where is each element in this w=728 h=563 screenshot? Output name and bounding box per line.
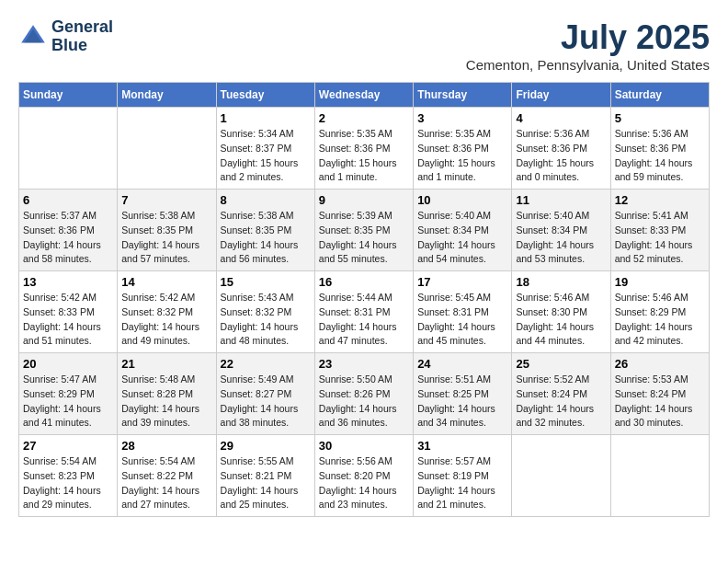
day-number: 11 bbox=[516, 193, 606, 207]
day-number: 23 bbox=[319, 357, 409, 371]
calendar-cell: 1Sunrise: 5:34 AM Sunset: 8:37 PM Daylig… bbox=[216, 108, 314, 190]
calendar-cell: 3Sunrise: 5:35 AM Sunset: 8:36 PM Daylig… bbox=[414, 108, 512, 190]
day-info: Sunrise: 5:42 AM Sunset: 8:33 PM Dayligh… bbox=[23, 291, 113, 349]
calendar-cell: 7Sunrise: 5:38 AM Sunset: 8:35 PM Daylig… bbox=[118, 190, 216, 271]
day-number: 25 bbox=[516, 357, 606, 371]
day-of-week-header: Tuesday bbox=[216, 83, 314, 108]
calendar-cell: 13Sunrise: 5:42 AM Sunset: 8:33 PM Dayli… bbox=[19, 271, 118, 353]
day-number: 3 bbox=[417, 111, 507, 125]
day-of-week-header: Monday bbox=[118, 83, 216, 108]
calendar-cell: 12Sunrise: 5:41 AM Sunset: 8:33 PM Dayli… bbox=[610, 190, 709, 271]
logo-line1: General bbox=[51, 18, 113, 37]
day-info: Sunrise: 5:35 AM Sunset: 8:36 PM Dayligh… bbox=[417, 127, 507, 185]
logo-icon bbox=[18, 22, 48, 52]
day-info: Sunrise: 5:54 AM Sunset: 8:23 PM Dayligh… bbox=[23, 454, 113, 512]
calendar-cell: 25Sunrise: 5:52 AM Sunset: 8:24 PM Dayli… bbox=[512, 353, 610, 435]
logo-line2: Blue bbox=[51, 37, 113, 55]
calendar-cell bbox=[512, 435, 610, 517]
day-of-week-header: Saturday bbox=[610, 83, 709, 108]
calendar-cell: 26Sunrise: 5:53 AM Sunset: 8:24 PM Dayli… bbox=[610, 353, 709, 435]
day-number: 5 bbox=[615, 111, 705, 125]
day-info: Sunrise: 5:38 AM Sunset: 8:35 PM Dayligh… bbox=[221, 209, 311, 267]
day-info: Sunrise: 5:50 AM Sunset: 8:26 PM Dayligh… bbox=[319, 373, 409, 431]
day-number: 1 bbox=[221, 111, 311, 125]
day-number: 6 bbox=[23, 193, 113, 207]
calendar-cell: 27Sunrise: 5:54 AM Sunset: 8:23 PM Dayli… bbox=[19, 435, 118, 517]
day-info: Sunrise: 5:36 AM Sunset: 8:36 PM Dayligh… bbox=[516, 127, 606, 185]
day-number: 13 bbox=[23, 275, 113, 289]
calendar-cell: 4Sunrise: 5:36 AM Sunset: 8:36 PM Daylig… bbox=[512, 108, 610, 190]
calendar-week-row: 1Sunrise: 5:34 AM Sunset: 8:37 PM Daylig… bbox=[19, 108, 710, 190]
day-info: Sunrise: 5:57 AM Sunset: 8:19 PM Dayligh… bbox=[417, 454, 507, 512]
calendar-cell: 18Sunrise: 5:46 AM Sunset: 8:30 PM Dayli… bbox=[512, 271, 610, 353]
day-number: 19 bbox=[615, 275, 705, 289]
day-number: 28 bbox=[121, 439, 211, 453]
day-number: 2 bbox=[319, 111, 409, 125]
calendar-week-row: 20Sunrise: 5:47 AM Sunset: 8:29 PM Dayli… bbox=[19, 353, 710, 435]
day-info: Sunrise: 5:35 AM Sunset: 8:36 PM Dayligh… bbox=[319, 127, 409, 185]
calendar-cell: 22Sunrise: 5:49 AM Sunset: 8:27 PM Dayli… bbox=[216, 353, 314, 435]
calendar-cell: 23Sunrise: 5:50 AM Sunset: 8:26 PM Dayli… bbox=[314, 353, 413, 435]
day-number: 26 bbox=[615, 357, 705, 371]
day-number: 7 bbox=[121, 193, 211, 207]
day-info: Sunrise: 5:54 AM Sunset: 8:22 PM Dayligh… bbox=[121, 454, 211, 512]
day-info: Sunrise: 5:52 AM Sunset: 8:24 PM Dayligh… bbox=[516, 373, 606, 431]
day-number: 10 bbox=[417, 193, 507, 207]
day-info: Sunrise: 5:43 AM Sunset: 8:32 PM Dayligh… bbox=[221, 291, 311, 349]
calendar-cell: 9Sunrise: 5:39 AM Sunset: 8:35 PM Daylig… bbox=[314, 190, 413, 271]
day-number: 14 bbox=[121, 275, 211, 289]
day-info: Sunrise: 5:56 AM Sunset: 8:20 PM Dayligh… bbox=[319, 454, 409, 512]
calendar-cell: 29Sunrise: 5:55 AM Sunset: 8:21 PM Dayli… bbox=[216, 435, 314, 517]
calendar-cell: 21Sunrise: 5:48 AM Sunset: 8:28 PM Dayli… bbox=[118, 353, 216, 435]
day-number: 17 bbox=[417, 275, 507, 289]
day-number: 21 bbox=[121, 357, 211, 371]
day-number: 8 bbox=[221, 193, 311, 207]
calendar-cell: 10Sunrise: 5:40 AM Sunset: 8:34 PM Dayli… bbox=[414, 190, 512, 271]
day-info: Sunrise: 5:46 AM Sunset: 8:30 PM Dayligh… bbox=[516, 291, 606, 349]
calendar-cell: 28Sunrise: 5:54 AM Sunset: 8:22 PM Dayli… bbox=[118, 435, 216, 517]
day-of-week-header: Sunday bbox=[19, 83, 118, 108]
calendar-week-row: 13Sunrise: 5:42 AM Sunset: 8:33 PM Dayli… bbox=[19, 271, 710, 353]
calendar-cell: 20Sunrise: 5:47 AM Sunset: 8:29 PM Dayli… bbox=[19, 353, 118, 435]
title-block: July 2025 Cementon, Pennsylvania, United… bbox=[466, 18, 710, 73]
day-info: Sunrise: 5:45 AM Sunset: 8:31 PM Dayligh… bbox=[417, 291, 507, 349]
calendar-cell: 8Sunrise: 5:38 AM Sunset: 8:35 PM Daylig… bbox=[216, 190, 314, 271]
day-number: 20 bbox=[23, 357, 113, 371]
calendar-cell: 17Sunrise: 5:45 AM Sunset: 8:31 PM Dayli… bbox=[414, 271, 512, 353]
calendar-week-row: 6Sunrise: 5:37 AM Sunset: 8:36 PM Daylig… bbox=[19, 190, 710, 271]
calendar-table: SundayMondayTuesdayWednesdayThursdayFrid… bbox=[18, 82, 710, 517]
day-number: 12 bbox=[615, 193, 705, 207]
day-info: Sunrise: 5:38 AM Sunset: 8:35 PM Dayligh… bbox=[121, 209, 211, 267]
day-info: Sunrise: 5:40 AM Sunset: 8:34 PM Dayligh… bbox=[417, 209, 507, 267]
day-info: Sunrise: 5:41 AM Sunset: 8:33 PM Dayligh… bbox=[615, 209, 705, 267]
day-info: Sunrise: 5:40 AM Sunset: 8:34 PM Dayligh… bbox=[516, 209, 606, 267]
day-number: 16 bbox=[319, 275, 409, 289]
day-number: 30 bbox=[319, 439, 409, 453]
calendar-header-row: SundayMondayTuesdayWednesdayThursdayFrid… bbox=[19, 83, 710, 108]
day-info: Sunrise: 5:37 AM Sunset: 8:36 PM Dayligh… bbox=[23, 209, 113, 267]
day-info: Sunrise: 5:39 AM Sunset: 8:35 PM Dayligh… bbox=[319, 209, 409, 267]
day-info: Sunrise: 5:47 AM Sunset: 8:29 PM Dayligh… bbox=[23, 373, 113, 431]
month-title: July 2025 bbox=[466, 18, 710, 57]
calendar-cell: 31Sunrise: 5:57 AM Sunset: 8:19 PM Dayli… bbox=[414, 435, 512, 517]
day-info: Sunrise: 5:55 AM Sunset: 8:21 PM Dayligh… bbox=[221, 454, 311, 512]
day-number: 4 bbox=[516, 111, 606, 125]
calendar-cell: 15Sunrise: 5:43 AM Sunset: 8:32 PM Dayli… bbox=[216, 271, 314, 353]
calendar-cell: 5Sunrise: 5:36 AM Sunset: 8:36 PM Daylig… bbox=[610, 108, 709, 190]
day-info: Sunrise: 5:46 AM Sunset: 8:29 PM Dayligh… bbox=[615, 291, 705, 349]
calendar-cell: 24Sunrise: 5:51 AM Sunset: 8:25 PM Dayli… bbox=[414, 353, 512, 435]
day-info: Sunrise: 5:53 AM Sunset: 8:24 PM Dayligh… bbox=[615, 373, 705, 431]
calendar-cell bbox=[19, 108, 118, 190]
day-of-week-header: Thursday bbox=[414, 83, 512, 108]
location-title: Cementon, Pennsylvania, United States bbox=[466, 57, 710, 73]
day-info: Sunrise: 5:34 AM Sunset: 8:37 PM Dayligh… bbox=[221, 127, 311, 185]
day-number: 22 bbox=[221, 357, 311, 371]
day-number: 31 bbox=[417, 439, 507, 453]
day-number: 24 bbox=[417, 357, 507, 371]
calendar-cell bbox=[610, 435, 709, 517]
calendar-cell: 11Sunrise: 5:40 AM Sunset: 8:34 PM Dayli… bbox=[512, 190, 610, 271]
day-number: 9 bbox=[319, 193, 409, 207]
calendar-cell bbox=[118, 108, 216, 190]
day-info: Sunrise: 5:42 AM Sunset: 8:32 PM Dayligh… bbox=[121, 291, 211, 349]
day-of-week-header: Wednesday bbox=[314, 83, 413, 108]
